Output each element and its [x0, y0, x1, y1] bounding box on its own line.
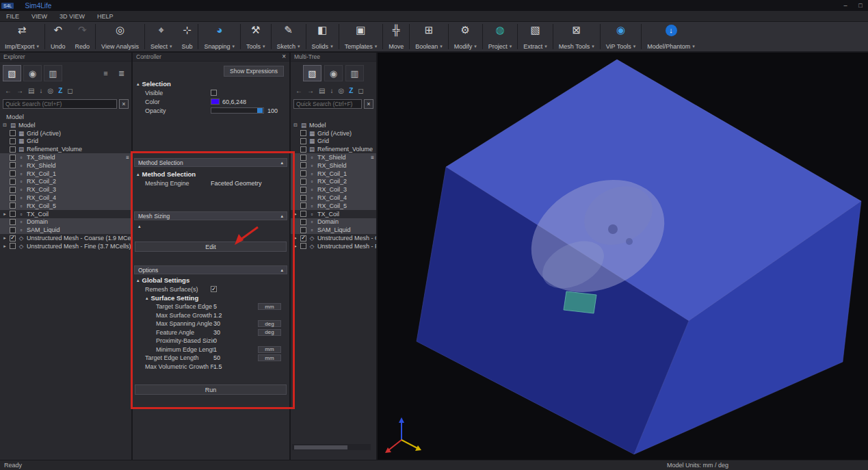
method-section-title-row[interactable]: ▴ Method Selection — [137, 170, 285, 179]
tree-item-rx-coil-1[interactable]: ▫RX_Coil_1 — [291, 170, 376, 178]
tool-tools[interactable]: ⚒Tools▾ — [241, 22, 270, 51]
view-tab-icon[interactable]: ◉ — [23, 65, 42, 81]
visibility-checkbox[interactable] — [10, 219, 16, 225]
visibility-checkbox[interactable] — [10, 203, 16, 209]
tune-list-icon[interactable]: ≡ — [98, 66, 113, 81]
visibility-checkbox[interactable] — [300, 211, 306, 217]
tree-item-grid[interactable]: ▦Grid — [0, 138, 131, 146]
run-button[interactable]: Run — [135, 384, 287, 395]
tree-item-rx-coil-2[interactable]: ▫RX_Coil_2 — [291, 178, 376, 186]
menu-view[interactable]: VIEW — [25, 13, 53, 20]
tree-item-grid-active[interactable]: ▦Grid (Active) — [0, 129, 131, 138]
bounding-box-icon[interactable]: ◻ — [358, 87, 363, 94]
visibility-checkbox[interactable] — [10, 227, 16, 233]
color-swatch[interactable] — [211, 99, 220, 105]
tree-item-domain[interactable]: ▫Domain — [0, 218, 131, 226]
back-arrow-icon[interactable]: ← — [295, 87, 302, 94]
expander-icon[interactable]: ▸ — [2, 244, 8, 249]
tool-imp-export[interactable]: ⇄Imp/Export▾ — [0, 22, 44, 51]
model-tab-icon[interactable]: ▧ — [3, 65, 21, 81]
visibility-checkbox[interactable] — [300, 162, 306, 168]
color-value[interactable]: 60,6,248 — [222, 99, 246, 105]
folder-icon[interactable]: ▤ — [28, 87, 34, 94]
tree-root-model[interactable]: ⊟▤Model — [291, 121, 376, 129]
expander-icon[interactable]: ▸ — [2, 235, 8, 241]
view-tab-icon[interactable]: ◉ — [324, 65, 343, 81]
dropdown-arrow-icon[interactable]: ▾ — [330, 44, 333, 49]
tree-item-rx-coil-2[interactable]: ▫RX_Coil_2 — [0, 178, 131, 186]
horizontal-scrollbar[interactable] — [292, 444, 371, 450]
tree-item-rx-coil-5[interactable]: ▫RX_Coil_5 — [291, 202, 376, 210]
setting-value[interactable]: 30 — [213, 329, 258, 336]
dropdown-arrow-icon[interactable]: ▾ — [440, 44, 443, 49]
dropdown-arrow-icon[interactable]: ▾ — [544, 44, 547, 49]
visibility-checkbox[interactable] — [10, 243, 16, 249]
tree-item-unstructured-mesh-fine-3-7-mcells[interactable]: ▸◇Unstructured Mesh - Fine (3.7 MCells) — [0, 242, 131, 250]
tool-undo[interactable]: ↶Undo — [46, 22, 70, 51]
expander-icon[interactable]: ⊟ — [293, 122, 298, 128]
unit-box[interactable]: mm — [258, 354, 281, 361]
tree-item-unstructured-mesh-coarse-1-9-mcells[interactable]: ▸✓◇Unstructured Mesh - Coarse (1.9 MCell… — [0, 234, 131, 242]
tree-item-domain[interactable]: ▫Domain — [291, 218, 376, 226]
tool-view-analysis[interactable]: ◎View Analysis — [96, 22, 144, 51]
tool-select[interactable]: ⌖Select▾ — [146, 22, 177, 51]
surface-setting-title-row[interactable]: ▴ Surface Setting — [137, 293, 285, 302]
tree-item-grid[interactable]: ▦Grid — [291, 138, 376, 146]
inset-plate[interactable] — [564, 291, 596, 313]
visibility-checkbox[interactable] — [300, 179, 306, 185]
tree-item-tx-coil[interactable]: ▸▫TX_Coil — [291, 210, 376, 218]
unit-box[interactable]: deg — [258, 320, 281, 327]
forward-arrow-icon[interactable]: → — [16, 87, 23, 94]
visibility-checkbox[interactable] — [10, 195, 16, 201]
tree-root-model[interactable]: ⊟▤Model — [0, 121, 131, 129]
expander-icon[interactable]: ▸ — [293, 235, 298, 241]
tree-item-rx-coil-1[interactable]: ▫RX_Coil_1 — [0, 170, 131, 178]
expander-icon[interactable]: ▸ — [293, 244, 298, 249]
tool-mesh-tools[interactable]: ⊠Mesh Tools▾ — [554, 22, 599, 51]
minimize-button[interactable]: – — [838, 2, 853, 9]
tree-item-rx-coil-5[interactable]: ▫RX_Coil_5 — [0, 202, 131, 210]
quick-search-input[interactable] — [3, 99, 117, 109]
maximize-button[interactable]: □ — [853, 2, 868, 9]
chart-tab-icon[interactable]: ▥ — [44, 65, 62, 81]
bounding-box-icon[interactable]: ◻ — [67, 87, 73, 94]
clear-search-button[interactable]: × — [364, 99, 373, 109]
tool-vip-tools[interactable]: ◉ViP Tools▾ — [601, 22, 641, 51]
visibility-checkbox[interactable] — [10, 155, 16, 161]
tree-item-grid-active[interactable]: ▦Grid (Active) — [291, 129, 376, 138]
dropdown-arrow-icon[interactable]: ▾ — [633, 44, 636, 49]
tree-item-sam-liquid[interactable]: ▫SAM_Liquid — [291, 226, 376, 234]
setting-value[interactable]: 30 — [213, 320, 258, 327]
edit-button[interactable]: Edit — [135, 241, 287, 252]
opacity-slider-handle[interactable] — [257, 108, 263, 113]
visible-checkbox[interactable] — [211, 90, 217, 96]
visibility-checkbox[interactable] — [300, 187, 306, 193]
tree-item-rx-shield[interactable]: ▫RX_Shield — [0, 161, 131, 170]
tool-redo[interactable]: ↷Redo — [70, 22, 95, 51]
tree-item-rx-coil-4[interactable]: ▫RX_Coil_4 — [0, 194, 131, 202]
tree-item-unstructured-mesh-c[interactable]: ▸✓◇Unstructured Mesh - C — [291, 234, 376, 242]
tree-item-rx-shield[interactable]: ▫RX_Shield — [291, 161, 376, 170]
back-arrow-icon[interactable]: ← — [5, 87, 12, 94]
expander-icon[interactable]: ▸ — [293, 211, 298, 217]
dropdown-arrow-icon[interactable]: ▾ — [692, 44, 695, 49]
tool-templates[interactable]: ▣Templates▾ — [340, 22, 382, 51]
visibility-checkbox[interactable] — [300, 243, 306, 249]
visibility-checkbox[interactable] — [10, 187, 16, 193]
expander-icon[interactable]: ▸ — [2, 211, 8, 217]
visibility-checkbox[interactable] — [10, 130, 16, 136]
setting-value[interactable]: 0 — [213, 337, 285, 344]
setting-value[interactable]: 50 — [213, 354, 258, 361]
setting-value[interactable]: 1 — [213, 346, 258, 353]
tree-item-tx-shield[interactable]: ▫TX_Shield≡ — [291, 153, 376, 161]
menu-file[interactable]: FILE — [0, 13, 25, 20]
quick-search-input[interactable] — [293, 99, 362, 109]
visibility-checkbox[interactable] — [300, 130, 306, 136]
mesh-sizing-bar[interactable]: Mesh Sizing ▴ — [134, 211, 287, 220]
collapse-triangle-icon[interactable]: ▴ — [138, 224, 141, 229]
setting-value[interactable]: 5 — [213, 303, 258, 310]
filter-list-icon[interactable]: ≣ — [114, 66, 129, 81]
visibility-checkbox[interactable] — [10, 211, 16, 217]
show-expressions-button[interactable]: Show Expressions — [224, 66, 284, 77]
unit-box[interactable]: mm — [258, 303, 281, 310]
